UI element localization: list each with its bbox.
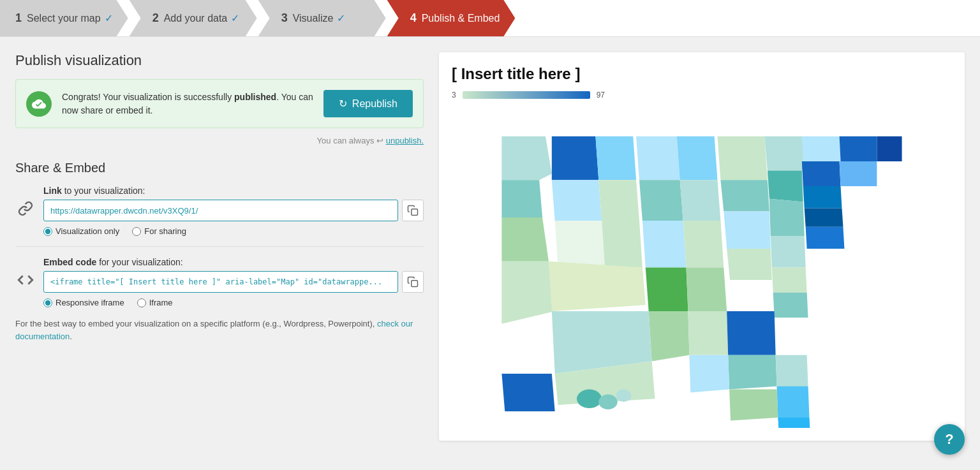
ia-state	[683, 221, 724, 268]
nj-state	[803, 186, 842, 208]
sd-state	[639, 180, 683, 221]
nc-state	[773, 293, 808, 318]
help-button[interactable]: ?	[934, 424, 965, 455]
ar-state	[688, 311, 728, 355]
iframe-option[interactable]: Iframe	[137, 298, 173, 307]
steps-bar: 1 Select your map ✓ 2 Add your data ✓ 3 …	[0, 0, 980, 37]
embed-content: Embed code for your visualization: Resp	[43, 257, 424, 307]
step-3-check: ✓	[337, 12, 345, 24]
step-2-number: 2	[152, 11, 159, 25]
or-state	[501, 180, 542, 217]
link-icon	[15, 198, 36, 219]
step-4[interactable]: 4 Publish & Embed	[387, 0, 516, 36]
link-input-row	[43, 200, 424, 221]
step-1-check: ✓	[105, 12, 113, 24]
for-sharing-option[interactable]: For sharing	[132, 226, 186, 236]
ms-state	[728, 355, 776, 390]
pa-state	[802, 161, 841, 186]
copy-embed-button[interactable]	[402, 271, 424, 293]
id-state	[595, 136, 636, 180]
link-section: Link to your visualization: Visualizati	[15, 186, 424, 236]
embed-radio-group: Responsive iframe Iframe	[43, 298, 424, 307]
responsive-iframe-radio[interactable]	[43, 298, 52, 307]
publish-section-title: Publish visualization	[15, 52, 424, 69]
ak-state	[501, 374, 554, 411]
embed-input-row	[43, 271, 424, 293]
publish-box: Congrats! Your visualization is successf…	[15, 79, 424, 128]
de-md	[805, 208, 843, 226]
unpublish-row: You can always ↩ unpublish.	[15, 136, 424, 145]
publish-message: Congrats! Your visualization is successf…	[62, 91, 313, 117]
me-state	[877, 136, 902, 161]
link-radio-group: Visualization only For sharing	[43, 226, 424, 236]
mi-north	[764, 136, 805, 171]
unpublish-link[interactable]: unpublish.	[386, 136, 424, 145]
step-1-label: Select your map	[27, 13, 101, 24]
fl-north	[778, 418, 811, 428]
mi-south	[768, 171, 803, 202]
step-1[interactable]: 1 Select your map ✓	[0, 0, 128, 36]
va-state	[772, 268, 807, 293]
left-panel: Publish visualization Congrats! Your vis…	[15, 52, 424, 441]
map-container	[452, 107, 952, 428]
il-north	[720, 180, 769, 211]
ut-state	[602, 221, 642, 268]
step-3-number: 3	[281, 11, 288, 25]
mn-south	[680, 180, 721, 221]
ok-state	[649, 311, 690, 361]
step-1-number: 1	[15, 11, 22, 25]
ks-state	[646, 268, 688, 312]
mn-north	[677, 136, 718, 180]
republish-icon: ↻	[339, 98, 347, 110]
wv-state	[771, 237, 806, 268]
share-section-title: Share & Embed	[15, 161, 424, 175]
hi-state	[577, 390, 602, 408]
link-content: Link to your visualization: Visualizati	[43, 186, 424, 236]
step-3[interactable]: 3 Visualize ✓	[258, 0, 386, 36]
link-input[interactable]	[43, 200, 398, 221]
step-2-label: Add your data	[164, 13, 228, 24]
mo-state	[687, 268, 727, 312]
nd-state	[636, 136, 680, 180]
vt-nh	[840, 161, 877, 186]
link-label: Link to your visualization:	[43, 186, 424, 196]
sc-state	[776, 355, 808, 390]
iframe-radio[interactable]	[137, 298, 146, 307]
az-state	[549, 261, 646, 311]
divider	[15, 246, 424, 247]
embed-icon	[15, 270, 36, 290]
copy-link-button[interactable]	[402, 200, 424, 221]
hi-state-3	[616, 390, 632, 402]
map-preview-panel: [ Insert title here ] 3 97	[439, 52, 965, 441]
for-sharing-radio[interactable]	[132, 227, 141, 236]
visualization-only-option[interactable]: Visualization only	[43, 226, 119, 236]
al-state	[729, 390, 778, 421]
dc-va	[806, 227, 845, 249]
tn-state	[727, 311, 775, 355]
legend-min: 3	[452, 91, 456, 99]
map-legend: 3 97	[452, 91, 952, 99]
map-title: [ Insert title here ]	[452, 65, 952, 83]
oh-state	[769, 199, 805, 237]
la-state	[689, 355, 729, 393]
embed-label: Embed code for your visualization:	[43, 257, 424, 267]
responsive-iframe-option[interactable]: Responsive iframe	[43, 298, 124, 307]
unpublish-icon: ↩	[376, 136, 383, 145]
step-4-number: 4	[410, 11, 417, 25]
step-2-check: ✓	[231, 12, 239, 24]
ga-state	[777, 386, 810, 421]
visualization-only-radio[interactable]	[43, 227, 52, 236]
wi-state	[718, 136, 768, 180]
step-2[interactable]: 2 Add your data ✓	[130, 0, 257, 36]
legend-max: 97	[597, 91, 605, 99]
success-icon	[26, 91, 52, 117]
embed-code-input[interactable]	[43, 271, 398, 293]
embed-note: For the best way to embed your visualiza…	[15, 318, 424, 342]
step-3-label: Visualize	[293, 13, 334, 24]
co-state	[555, 221, 605, 268]
ca-south	[501, 261, 554, 324]
republish-button[interactable]: ↻ Republish	[323, 90, 413, 117]
ny-state	[802, 136, 841, 161]
wy-state	[552, 180, 602, 221]
nv-state	[598, 180, 639, 221]
